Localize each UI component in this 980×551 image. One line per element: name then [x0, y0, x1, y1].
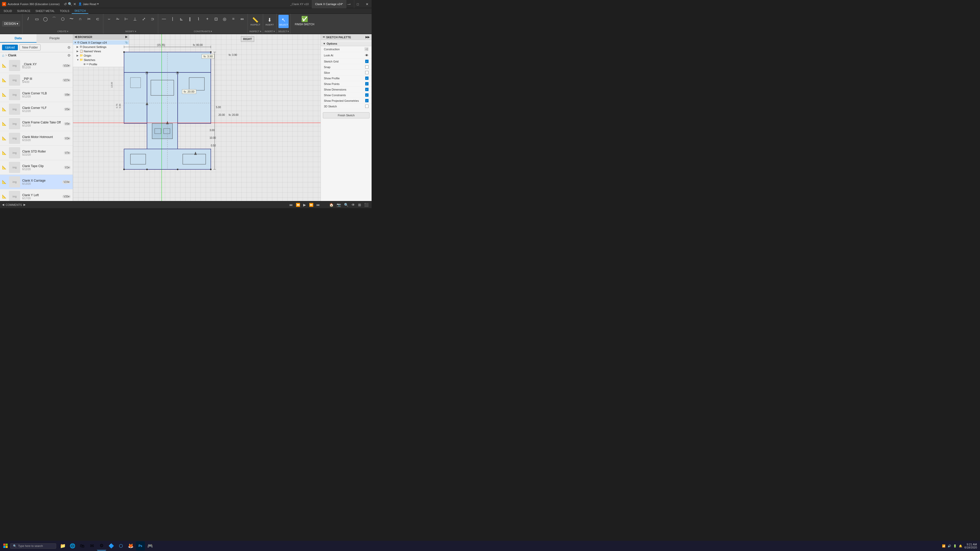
- data-tab[interactable]: Data: [0, 34, 37, 43]
- dim-input-mid[interactable]: fx: 20.00: [182, 89, 196, 94]
- file-version[interactable]: V10▾: [62, 64, 71, 67]
- equal-btn[interactable]: =: [229, 15, 237, 23]
- timeline-home[interactable]: 🏠: [328, 202, 334, 207]
- file-version[interactable]: V24▾: [62, 180, 71, 184]
- select-btn[interactable]: ↖SELECT: [278, 15, 289, 28]
- finish-sketch-btn[interactable]: ✅ FINISH SKETCH: [292, 15, 317, 27]
- browser-expand-icon[interactable]: ▶: [125, 35, 127, 38]
- display-btn[interactable]: ⬛: [363, 202, 369, 207]
- minimize-btn[interactable]: ─: [344, 0, 353, 8]
- insert-btn[interactable]: ⬇INSERT: [265, 15, 275, 28]
- view-btn[interactable]: 👁: [350, 202, 356, 207]
- close-small-icon[interactable]: ✕: [73, 2, 76, 6]
- file-version[interactable]: V27▾: [62, 79, 71, 82]
- list-item[interactable]: 📐 img Clank Frame Cable Take Off 6/12/20…: [0, 117, 73, 131]
- list-item[interactable]: 📐 img _Clank XY 6/12/20 V10▾: [0, 59, 73, 73]
- conic-btn[interactable]: ∩: [76, 15, 84, 23]
- file-version[interactable]: V2▾: [64, 137, 71, 140]
- rewind-btn[interactable]: ⏮: [288, 202, 294, 207]
- grid-btn[interactable]: ⊞: [357, 202, 362, 207]
- show-points-checkbox[interactable]: [365, 82, 369, 86]
- new-folder-btn[interactable]: New Folder: [19, 44, 41, 51]
- upload-btn[interactable]: Upload: [2, 44, 18, 50]
- collapse-left-icon[interactable]: ◀: [2, 203, 4, 206]
- concentric-btn[interactable]: ◎: [221, 15, 229, 23]
- show-profile-checkbox[interactable]: [365, 76, 369, 80]
- tangent-btn[interactable]: ⌇: [194, 15, 203, 23]
- list-item[interactable]: 📐 img Clank STD Roller 5/22/20 V7▾: [0, 146, 73, 160]
- file-version[interactable]: V1▾: [64, 166, 71, 169]
- menu-sheet-metal[interactable]: SHEET METAL: [33, 8, 57, 14]
- construction-btn[interactable]: ◁: [364, 47, 369, 51]
- settings-icon[interactable]: ⚙: [67, 45, 71, 49]
- extend-btn[interactable]: ⊢: [122, 15, 130, 23]
- fastforward-btn[interactable]: ⏭: [315, 202, 321, 207]
- spline-btn[interactable]: 〜: [67, 15, 76, 23]
- parallel-btn[interactable]: ∥: [186, 15, 194, 23]
- play-btn[interactable]: ▶: [302, 202, 307, 207]
- view-cube[interactable]: RIGHT: [241, 36, 254, 42]
- list-item[interactable]: 📐 img Clank Tape Clip 6/12/20 V1▾: [0, 160, 73, 175]
- palette-collapse-btn[interactable]: ▶▶: [366, 35, 369, 39]
- coincident-btn[interactable]: +: [203, 15, 211, 23]
- people-tab[interactable]: People: [37, 34, 73, 43]
- offset-btn[interactable]: ⊂: [94, 15, 102, 23]
- menu-sketch[interactable]: SKETCH: [72, 8, 88, 14]
- offset2-btn[interactable]: ⊃: [148, 15, 156, 23]
- trim-btn[interactable]: ✂: [85, 15, 93, 23]
- close-btn[interactable]: ✕: [363, 0, 372, 8]
- title-tab-2[interactable]: Clank X Carriage v24*: [312, 0, 346, 8]
- design-btn[interactable]: DESIGN ▾: [2, 21, 20, 27]
- user-menu[interactable]: 👤 Jake Read ▾: [78, 2, 99, 6]
- vertical-btn[interactable]: |: [169, 15, 177, 23]
- file-version[interactable]: V35▾: [62, 195, 71, 198]
- list-item[interactable]: 📐 img Clank Motor Hotmount 6/15/20 V2▾: [0, 131, 73, 146]
- slice-checkbox[interactable]: [365, 71, 369, 74]
- zoom-btn[interactable]: 🔍: [343, 202, 349, 207]
- horizontal-btn[interactable]: —: [160, 15, 168, 23]
- snap-checkbox[interactable]: [365, 65, 369, 68]
- list-item-active[interactable]: 📐 img Clank X Carriage 6/13/20 V24▾: [0, 175, 73, 189]
- prev-btn[interactable]: ⏪: [295, 202, 301, 207]
- rect-btn[interactable]: ▭: [33, 15, 41, 23]
- scale-btn[interactable]: ⤢: [140, 15, 148, 23]
- comments-toggle-icon[interactable]: ▶: [24, 203, 25, 206]
- look-at-icon[interactable]: 👁: [365, 53, 369, 57]
- breadcrumb-settings-icon[interactable]: ⚙: [67, 53, 71, 57]
- browser-collapse-icon[interactable]: ◀: [75, 35, 76, 38]
- inspect-btn[interactable]: 📏INSPECT: [250, 15, 261, 28]
- camera-btn[interactable]: 📷: [336, 202, 342, 207]
- 3d-sketch-checkbox[interactable]: [365, 105, 369, 108]
- trim2-btn[interactable]: ✁: [114, 15, 122, 23]
- show-projected-checkbox[interactable]: [365, 99, 369, 102]
- sym-btn[interactable]: ⇔: [238, 15, 246, 23]
- midpoint-btn[interactable]: ⊡: [212, 15, 220, 23]
- menu-surface[interactable]: SURFACE: [14, 8, 33, 14]
- polygon-btn[interactable]: ⬡: [59, 15, 67, 23]
- finish-sketch-side-btn[interactable]: Finish Sketch: [323, 112, 369, 118]
- maximize-btn[interactable]: □: [353, 0, 363, 8]
- canvas-area[interactable]: ◀ BROWSER ▶ ▼ ⚙ Clank X Carriage v24 📎 ▶…: [73, 34, 321, 201]
- perp-btn[interactable]: ⊾: [177, 15, 185, 23]
- list-item[interactable]: 📐 img Clank Corner YLB 6/12/20 V8▾: [0, 87, 73, 102]
- circle-btn[interactable]: ◯: [41, 15, 49, 23]
- file-version[interactable]: V5▾: [64, 122, 71, 125]
- line-btn[interactable]: /: [24, 15, 32, 23]
- show-constraints-checkbox[interactable]: [365, 94, 369, 97]
- arc-btn[interactable]: ⌒: [50, 15, 58, 23]
- home-icon[interactable]: ⌂: [2, 53, 4, 57]
- file-version[interactable]: V5▾: [64, 108, 71, 111]
- title-tab-1[interactable]: _Clank XY v10: [287, 0, 312, 8]
- menu-solid[interactable]: SOLID: [1, 8, 14, 14]
- sketch-grid-checkbox[interactable]: [365, 60, 369, 63]
- file-version[interactable]: V7▾: [64, 151, 71, 155]
- fillet-btn[interactable]: ⌣: [105, 15, 113, 23]
- dim-input-top[interactable]: fx: 3.90: [202, 54, 215, 59]
- list-item[interactable]: 📐 img _PIP III 5/4/20 V27▾: [0, 73, 73, 87]
- file-version[interactable]: V8▾: [64, 93, 71, 97]
- list-item[interactable]: 📐 img Clank Y Left 6/17/20 V35▾: [0, 189, 73, 201]
- break-btn[interactable]: ⊥: [131, 15, 139, 23]
- next-btn[interactable]: ⏩: [308, 202, 314, 207]
- refresh-icon[interactable]: ↺: [64, 2, 67, 6]
- show-dimensions-checkbox[interactable]: [365, 88, 369, 91]
